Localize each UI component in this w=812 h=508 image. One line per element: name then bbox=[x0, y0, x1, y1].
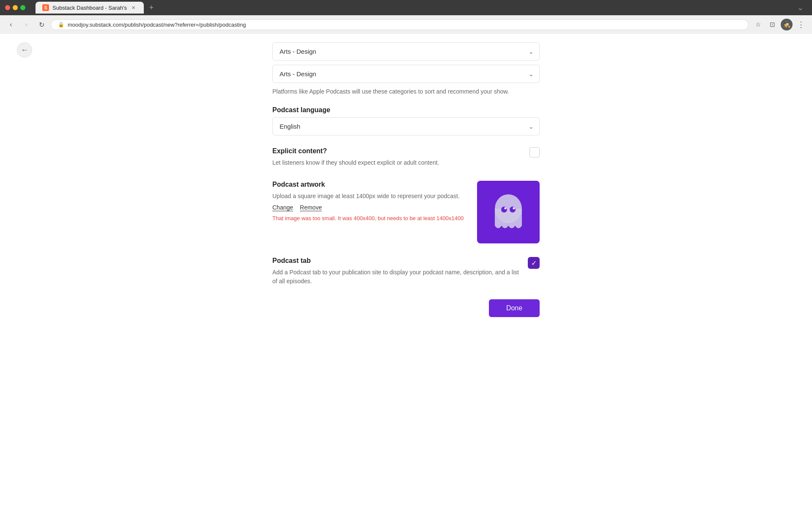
tab-title: Substack Dashboard - Sarah's bbox=[52, 5, 127, 11]
explicit-checkbox-container bbox=[529, 147, 540, 157]
svg-point-2 bbox=[501, 207, 507, 213]
incognito-icon: 🕵 bbox=[783, 21, 790, 28]
explicit-text: Explicit content? Let listeners know if … bbox=[272, 147, 523, 167]
category-dropdown-1[interactable]: Arts - Design Arts - Fashion & Beauty Ar… bbox=[272, 42, 540, 61]
language-dropdown[interactable]: English Spanish French German Japanese bbox=[272, 117, 540, 135]
browser-window: S Substack Dashboard - Sarah's ✕ + ⌄ ‹ ›… bbox=[0, 0, 812, 508]
language-section: Podcast language English Spanish French … bbox=[272, 106, 540, 135]
lock-icon: 🔒 bbox=[58, 22, 64, 28]
language-label: Podcast language bbox=[272, 106, 540, 114]
podcast-tab-label: Podcast tab bbox=[272, 257, 521, 265]
svg-rect-1 bbox=[495, 209, 522, 226]
back-page-button[interactable]: ← bbox=[17, 42, 32, 58]
category-dropdown-2[interactable]: Arts - Design Arts - Fashion & Beauty Ar… bbox=[272, 65, 540, 83]
artwork-error-message: That image was too small. It was 400x400… bbox=[272, 215, 467, 222]
browser-navbar: ‹ › ↻ 🔒 moodjoy.substack.com/publish/pod… bbox=[0, 15, 812, 34]
remove-artwork-button[interactable]: Remove bbox=[300, 204, 322, 211]
explicit-hint: Let listeners know if they should expect… bbox=[272, 158, 523, 167]
artwork-section: Podcast artwork Upload a square image at… bbox=[272, 181, 540, 243]
reload-button[interactable]: ↻ bbox=[36, 19, 47, 30]
browser-titlebar: S Substack Dashboard - Sarah's ✕ + ⌄ bbox=[0, 0, 812, 15]
podcast-tab-section: Podcast tab Add a Podcast tab to your pu… bbox=[272, 257, 540, 286]
explicit-checkbox[interactable] bbox=[529, 147, 540, 157]
explicit-header: Explicit content? Let listeners know if … bbox=[272, 147, 540, 167]
forward-button[interactable]: › bbox=[20, 19, 32, 30]
close-window-button[interactable] bbox=[5, 5, 10, 10]
podcast-tab-hint: Add a Podcast tab to your publication si… bbox=[272, 268, 521, 286]
checkmark-icon: ✓ bbox=[531, 259, 537, 267]
ghost-artwork-icon bbox=[487, 191, 529, 233]
bookmark-button[interactable]: ☆ bbox=[752, 19, 764, 30]
window-controls-extra: ⌄ bbox=[797, 3, 807, 12]
active-tab[interactable]: S Substack Dashboard - Sarah's ✕ bbox=[36, 2, 144, 14]
minimize-window-button[interactable] bbox=[13, 5, 18, 10]
artwork-preview bbox=[477, 181, 540, 243]
category-dropdown-2-wrapper: Arts - Design Arts - Fashion & Beauty Ar… bbox=[272, 65, 540, 83]
new-tab-button[interactable]: + bbox=[145, 2, 157, 14]
svg-point-5 bbox=[513, 207, 515, 210]
done-button-wrapper: Done bbox=[272, 299, 540, 317]
address-bar[interactable]: 🔒 moodjoy.substack.com/publish/podcast/n… bbox=[51, 19, 749, 30]
page-wrapper: ← Arts - Design Arts - Fashion & Beauty … bbox=[0, 34, 812, 508]
change-artwork-button[interactable]: Change bbox=[272, 204, 293, 211]
address-text: moodjoy.substack.com/publish/podcast/new… bbox=[68, 22, 246, 28]
category-section: Arts - Design Arts - Fashion & Beauty Ar… bbox=[272, 42, 540, 96]
category-dropdown-1-wrapper: Arts - Design Arts - Fashion & Beauty Ar… bbox=[272, 42, 540, 61]
artwork-hint: Upload a square image at least 1400px wi… bbox=[272, 192, 467, 201]
cast-button[interactable]: ⊡ bbox=[766, 19, 778, 30]
content-area: Arts - Design Arts - Fashion & Beauty Ar… bbox=[262, 34, 550, 342]
podcast-tab-checkbox[interactable]: ✓ bbox=[528, 257, 540, 269]
artwork-info: Podcast artwork Upload a square image at… bbox=[272, 181, 467, 222]
explicit-content-section: Explicit content? Let listeners know if … bbox=[272, 147, 540, 167]
back-button[interactable]: ‹ bbox=[5, 19, 17, 30]
done-button[interactable]: Done bbox=[489, 299, 540, 317]
browser-actions: ☆ ⊡ 🕵 ⋮ bbox=[752, 19, 807, 30]
explicit-label: Explicit content? bbox=[272, 147, 523, 155]
artwork-actions: Change Remove bbox=[272, 204, 467, 211]
tab-favicon: S bbox=[42, 4, 49, 11]
podcast-tab-info: Podcast tab Add a Podcast tab to your pu… bbox=[272, 257, 521, 286]
artwork-label: Podcast artwork bbox=[272, 181, 467, 188]
category-hint: Platforms like Apple Podcasts will use t… bbox=[272, 87, 540, 96]
svg-point-3 bbox=[510, 207, 516, 213]
browser-tabs: S Substack Dashboard - Sarah's ✕ + bbox=[36, 2, 157, 14]
browser-content: ← Arts - Design Arts - Fashion & Beauty … bbox=[0, 34, 812, 508]
traffic-lights bbox=[5, 5, 25, 10]
close-tab-button[interactable]: ✕ bbox=[130, 4, 137, 11]
svg-point-4 bbox=[505, 207, 507, 210]
menu-button[interactable]: ⋮ bbox=[795, 19, 807, 30]
incognito-button[interactable]: 🕵 bbox=[781, 19, 793, 30]
language-dropdown-wrapper: English Spanish French German Japanese ⌄ bbox=[272, 117, 540, 135]
maximize-window-button[interactable] bbox=[20, 5, 25, 10]
podcast-tab-content: Podcast tab Add a Podcast tab to your pu… bbox=[272, 257, 540, 286]
